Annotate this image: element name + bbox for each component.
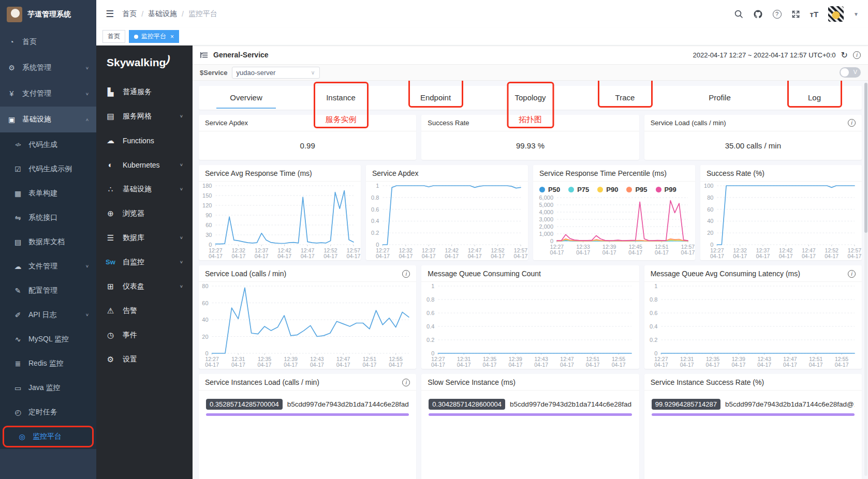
tab-label: Overview (216, 87, 276, 109)
sw-item-self-monitor[interactable]: Sw 自监控 ∨ (96, 250, 193, 274)
line-chart[interactable]: 01,0002,0003,0004,0005,0006,00012:2704-1… (533, 193, 695, 257)
collection-list-icon[interactable] (200, 51, 208, 59)
help-icon[interactable]: ? (773, 10, 782, 19)
fullscreen-icon[interactable] (791, 10, 800, 19)
sw-item-cloud[interactable]: ☁ Functions (96, 128, 193, 153)
sw-item-database[interactable]: ☰ 数据库 ∨ (96, 226, 193, 250)
sidebar-item-cloud-upload[interactable]: ☁文件管理∨ (0, 254, 96, 278)
sidebar-item-edit[interactable]: ✎配置管理 (0, 278, 96, 303)
tab-log[interactable]: Log 日志中心 (767, 86, 862, 110)
svg-text:04-17: 04-17 (323, 253, 337, 259)
caret-down-icon[interactable]: ▼ (854, 11, 859, 17)
search-icon[interactable] (734, 9, 743, 19)
sidebar-item-dashboard[interactable]: ◔首页 (0, 29, 96, 55)
info-icon[interactable]: i (402, 379, 410, 386)
info-icon[interactable]: i (848, 270, 856, 278)
line-chart[interactable]: 02040608010012:2704-1712:3204-1712:3704-… (700, 182, 862, 260)
sw-item-browser-globe[interactable]: ⊕ 浏览器 (96, 201, 193, 226)
github-icon[interactable] (753, 9, 763, 19)
line-chart[interactable]: 00.20.40.60.8112:2704-1712:3204-1712:370… (366, 182, 528, 260)
tab-instance[interactable]: Instance 服务实例 (293, 86, 388, 110)
dashboard-content: Overview Instance 服务实例 Endpoint 接口列表 Top… (193, 81, 868, 479)
sw-item-chart[interactable]: ▙ 普通服务 (96, 80, 193, 104)
sidebar-item-table-doc[interactable]: ▤数据库文档 (0, 230, 96, 254)
svg-text:04-17: 04-17 (705, 362, 719, 368)
sidebar-item-infrastructure[interactable]: ▣基础设施∧ (0, 107, 96, 132)
sidebar-collapse-icon[interactable]: ☰ (106, 8, 114, 20)
sidebar-item-mysql-monitor[interactable]: ∿MySQL 监控 (0, 327, 96, 351)
tab-topology[interactable]: Topology 拓扑图 (483, 86, 578, 110)
service-mesh-icon: ▤ (106, 112, 115, 121)
metric-title: Service Apdex (205, 119, 248, 127)
svg-text:04-17: 04-17 (509, 362, 523, 368)
sw-item-alarm[interactable]: ⚠ 告警 (96, 298, 193, 323)
legend-dot (656, 187, 661, 192)
view-tag[interactable]: 监控平台× (129, 30, 179, 43)
svg-text:04-17: 04-17 (336, 362, 350, 368)
line-chart[interactable]: 00.20.40.60.8112:2704-1712:3104-1712:350… (644, 282, 862, 369)
sidebar-item-java-monitor[interactable]: ▭Java 监控 (0, 376, 96, 400)
sidebar-item-gear[interactable]: ⚙系统管理∨ (0, 55, 96, 81)
view-tag[interactable]: 首页 (102, 30, 125, 43)
svg-text:1: 1 (376, 183, 379, 189)
info-icon[interactable]: i (848, 119, 856, 127)
svg-text:04-17: 04-17 (277, 253, 291, 259)
sidebar-item-sliders[interactable]: ⇋系统接口 (0, 205, 96, 230)
tab-overview[interactable]: Overview (199, 86, 293, 110)
sidebar-item-label: 配置管理 (28, 286, 57, 295)
svg-text:04-17: 04-17 (284, 362, 298, 368)
sidebar-item-form-build[interactable]: ▦表单构建 (0, 181, 96, 205)
instance-row[interactable]: 0.35285714285700004 b5cdd997de7943d2b1da… (199, 391, 416, 410)
legend-item[interactable]: P75 (568, 186, 589, 193)
legend-item[interactable]: P99 (656, 186, 676, 193)
breadcrumb-item[interactable]: 首页 (122, 9, 137, 19)
tab-profile[interactable]: Profile (672, 86, 767, 110)
instance-row[interactable]: 0.30428571428600004 b5cdd997de7943d2b1da… (421, 391, 639, 410)
sidebar-item-schedule[interactable]: ◴定时任务 (0, 400, 96, 424)
sw-item-dashboard-grid[interactable]: ⊞ 仪表盘 ∨ (96, 274, 193, 298)
page-scrollbar[interactable] (864, 83, 867, 476)
avatar[interactable] (828, 6, 844, 22)
svg-text:20: 20 (707, 230, 713, 236)
sw-item-service-mesh[interactable]: ▤ 服务网格 ∨ (96, 104, 193, 128)
breadcrumb-item[interactable]: 基础设施 (148, 9, 177, 19)
line-chart[interactable]: 00.20.40.60.8112:2704-1712:3104-1712:350… (421, 282, 639, 369)
chart-title: Message Queue Avg Consuming Latency (ms) (651, 270, 800, 278)
version-toggle[interactable]: V (840, 67, 861, 78)
instance-row[interactable]: 99.92964285714287 b5cdd997de7943d2b1da71… (644, 391, 862, 410)
sw-item-label: 事件 (123, 331, 137, 340)
svg-text:100: 100 (704, 183, 713, 189)
line-chart[interactable]: 030609012015018012:2704-1712:3204-1712:3… (199, 182, 361, 260)
sw-item-infrastructure-dots[interactable]: ∴ 基础设施 ∨ (96, 177, 193, 201)
sidebar-item-yen[interactable]: ¥支付管理∨ (0, 81, 96, 107)
sidebar-item-redis-monitor[interactable]: ≣Redis 监控 (0, 351, 96, 376)
legend-item[interactable]: P90 (597, 186, 618, 193)
tag-label: 首页 (108, 32, 120, 41)
tab-endpoint[interactable]: Endpoint 接口列表 (388, 86, 483, 110)
time-range[interactable]: 2022-04-17 12:27 ~ 2022-04-17 12:57 UTC+… (693, 51, 836, 59)
service-select[interactable]: yudao-server ∨ (232, 67, 320, 79)
tab-trace[interactable]: Trace 链路追踪 (578, 86, 672, 110)
sw-item-kubernetes[interactable]: ◐ Kubernetes ∨ (96, 153, 193, 177)
scrollbar-thumb[interactable] (864, 83, 867, 233)
sw-item-event-clock[interactable]: ◷ 事件 (96, 323, 193, 347)
svg-text:90: 90 (205, 212, 212, 218)
line-chart[interactable]: 02040608012:2704-1712:3104-1712:3504-171… (199, 282, 416, 369)
sidebar-item-label: 数据库文档 (28, 237, 65, 247)
refresh-icon[interactable]: ↻ (841, 50, 848, 60)
cloud-upload-icon: ☁ (13, 262, 22, 271)
sidebar-item-eye[interactable]: ◎监控平台 (3, 426, 94, 447)
legend-item[interactable]: P50 (539, 186, 560, 193)
svg-text:0.8: 0.8 (650, 296, 657, 303)
sidebar-item-api-log[interactable]: ✐API 日志∨ (0, 303, 96, 327)
info-icon[interactable]: i (853, 51, 861, 59)
sidebar-item-shield-check[interactable]: ☑代码生成示例 (0, 157, 96, 181)
legend-item[interactable]: P95 (626, 186, 647, 193)
sidebar-item-code[interactable]: </>代码生成 (0, 132, 96, 157)
info-icon[interactable]: i (402, 270, 410, 278)
sw-item-settings-gear[interactable]: ⚙ 设置 (96, 347, 193, 371)
sidebar-item-label: 定时任务 (28, 408, 57, 417)
font-size-icon[interactable]: тT (810, 10, 819, 19)
tag-close-icon[interactable]: × (170, 33, 174, 40)
instance-progress-bar (652, 413, 855, 416)
